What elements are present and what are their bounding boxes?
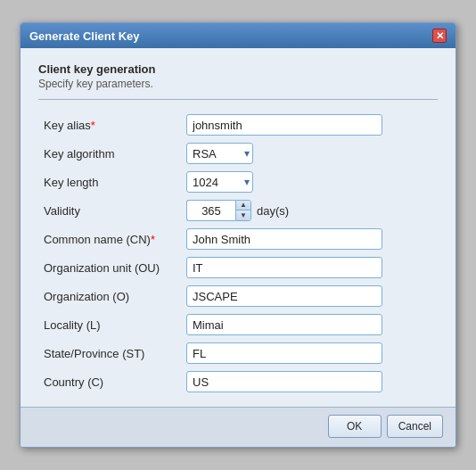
country-row: Country (C) (38, 367, 438, 396)
dialog-title: Generate Client Key (29, 29, 140, 43)
locality-row: Locality (L) (38, 310, 438, 339)
key-length-select[interactable]: 512 1024 2048 4096 (186, 171, 253, 193)
close-button[interactable]: ✕ (432, 29, 447, 43)
generate-client-key-dialog: Generate Client Key ✕ Client key generat… (20, 22, 456, 448)
key-alias-label: Key alias* (38, 111, 181, 139)
required-star-2: * (151, 233, 155, 246)
key-algorithm-select[interactable]: RSA DSA (186, 143, 253, 164)
country-input[interactable] (186, 371, 382, 392)
validity-row: Validity ▲ ▼ day(s) (38, 196, 438, 225)
key-alias-row: Key alias* (38, 111, 438, 139)
dialog-content: Client key generation Specify key parame… (21, 48, 455, 407)
key-length-row: Key length 512 1024 2048 4096 ▾ (38, 168, 438, 196)
validity-spinner-buttons: ▲ ▼ (235, 200, 251, 221)
divider (38, 99, 438, 100)
validity-spinner-wrapper: ▲ ▼ day(s) (186, 200, 289, 221)
section-subtitle: Specify key parameters. (38, 78, 438, 90)
validity-increment-button[interactable]: ▲ (236, 201, 250, 210)
dialog-titlebar: Generate Client Key ✕ (21, 23, 455, 48)
organization-input[interactable] (186, 285, 382, 307)
state-row: State/Province (ST) (38, 339, 438, 367)
organization-row: Organization (O) (38, 282, 438, 310)
common-name-input[interactable] (186, 228, 382, 250)
key-algorithm-row: Key algorithm RSA DSA ▾ (38, 139, 438, 168)
key-algorithm-label: Key algorithm (38, 139, 181, 168)
common-name-label: Common name (CN)* (38, 225, 181, 253)
locality-input[interactable] (186, 314, 382, 335)
dialog-footer: OK Cancel (21, 407, 455, 447)
cancel-button[interactable]: Cancel (387, 415, 443, 438)
organization-label: Organization (O) (38, 282, 181, 310)
common-name-row: Common name (CN)* (38, 225, 438, 253)
validity-label: Validity (38, 196, 181, 225)
section-title: Client key generation (38, 62, 438, 76)
key-length-label: Key length (38, 168, 181, 196)
org-unit-row: Organization unit (OU) (38, 253, 438, 282)
state-input[interactable] (186, 342, 382, 364)
org-unit-input[interactable] (186, 257, 382, 278)
key-length-select-wrapper: 512 1024 2048 4096 ▾ (186, 171, 253, 193)
key-algorithm-select-wrapper: RSA DSA ▾ (186, 143, 253, 164)
validity-input[interactable] (186, 200, 235, 221)
org-unit-label: Organization unit (OU) (38, 253, 181, 282)
state-label: State/Province (ST) (38, 339, 181, 367)
key-alias-input[interactable] (186, 114, 382, 136)
form-table: Key alias* Key algorithm RSA DSA (38, 111, 438, 396)
validity-unit-label: day(s) (257, 204, 289, 218)
required-star: * (91, 119, 95, 132)
validity-decrement-button[interactable]: ▼ (236, 210, 250, 220)
locality-label: Locality (L) (38, 310, 181, 339)
country-label: Country (C) (38, 367, 181, 396)
ok-button[interactable]: OK (328, 415, 382, 438)
